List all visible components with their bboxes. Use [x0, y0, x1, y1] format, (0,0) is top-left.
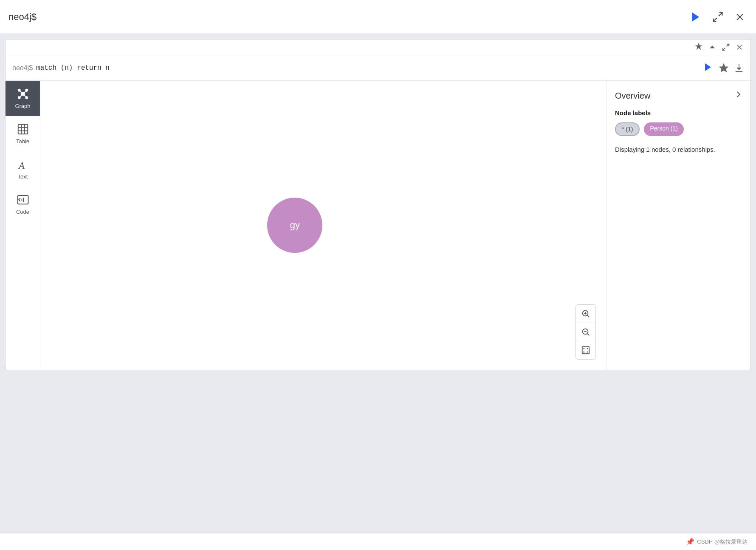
node-labels-heading: Node labels — [615, 109, 742, 116]
svg-line-1 — [719, 12, 722, 16]
query-prefix: neo4j$ — [12, 64, 33, 72]
query-favorite-button[interactable] — [719, 63, 728, 73]
top-bar — [0, 0, 756, 34]
bottom-pin-icon: 📌 — [686, 538, 694, 546]
main-panel: neo4j$ match (n) return n — [5, 39, 751, 370]
sidebar-item-graph[interactable]: Graph — [6, 81, 40, 116]
query-bar: neo4j$ match (n) return n — [6, 55, 750, 81]
node-label-person-badge[interactable]: Person (1) — [644, 122, 683, 136]
left-sidebar: Graph Table A Text — [6, 81, 40, 370]
zoom-fit-button[interactable] — [576, 341, 595, 359]
svg-marker-9 — [705, 63, 711, 71]
pin-button[interactable] — [694, 43, 703, 51]
fullscreen-button[interactable] — [722, 43, 730, 51]
svg-point-15 — [18, 96, 20, 99]
svg-point-16 — [25, 96, 28, 99]
svg-point-13 — [18, 89, 20, 91]
close-panel-button[interactable] — [735, 43, 744, 51]
top-run-button[interactable] — [688, 9, 703, 25]
query-download-button[interactable] — [734, 63, 744, 73]
sidebar-code-label: Code — [16, 209, 29, 215]
zoom-out-button[interactable] — [576, 323, 595, 341]
svg-marker-10 — [720, 64, 728, 71]
svg-rect-37 — [582, 347, 590, 354]
svg-line-36 — [587, 334, 589, 335]
overview-chevron-button[interactable] — [733, 89, 744, 101]
graph-area: gy — [40, 81, 606, 370]
query-run-button[interactable] — [703, 62, 713, 74]
bottom-bar: 📌 CSDH @格拉爱重达 — [0, 533, 756, 550]
graph-node-label: gy — [290, 220, 300, 231]
svg-line-17 — [20, 91, 22, 93]
collapse-button[interactable] — [708, 43, 717, 51]
sidebar-item-text[interactable]: A Text — [6, 151, 40, 187]
svg-text:A: A — [18, 160, 25, 171]
query-text: match (n) return n — [36, 64, 703, 72]
top-bar-actions — [688, 9, 748, 25]
svg-rect-21 — [18, 125, 28, 134]
overview-description: Displaying 1 nodes, 0 relationships. — [615, 145, 742, 155]
node-label-all-badge[interactable]: * (1) — [615, 122, 640, 136]
svg-line-18 — [24, 91, 25, 93]
zoom-controls — [575, 304, 596, 360]
sidebar-item-code[interactable]: Code — [6, 187, 40, 222]
sidebar-graph-label: Graph — [15, 103, 30, 109]
top-close-button[interactable] — [732, 9, 748, 25]
zoom-in-button[interactable] — [576, 305, 595, 323]
svg-line-20 — [24, 95, 25, 97]
sidebar-item-table[interactable]: Table — [6, 116, 40, 151]
sidebar-text-label: Text — [18, 173, 28, 180]
top-expand-button[interactable] — [710, 9, 725, 25]
overview-panel: Overview Node labels * (1) Person (1) Di… — [606, 81, 750, 370]
query-actions — [703, 62, 744, 74]
overview-title: Overview — [615, 91, 742, 101]
sidebar-table-label: Table — [16, 138, 29, 145]
panel-header-icons — [6, 40, 750, 55]
node-labels-row: * (1) Person (1) — [615, 122, 742, 136]
svg-line-33 — [587, 315, 589, 317]
top-bar-input[interactable] — [8, 11, 688, 23]
svg-point-14 — [25, 89, 28, 91]
bottom-brand: CSDH @格拉爱重达 — [697, 538, 748, 546]
svg-line-2 — [714, 18, 717, 21]
svg-marker-0 — [692, 12, 699, 21]
svg-line-19 — [20, 95, 22, 97]
graph-node[interactable]: gy — [267, 198, 322, 253]
content-area: Graph Table A Text — [6, 81, 750, 370]
